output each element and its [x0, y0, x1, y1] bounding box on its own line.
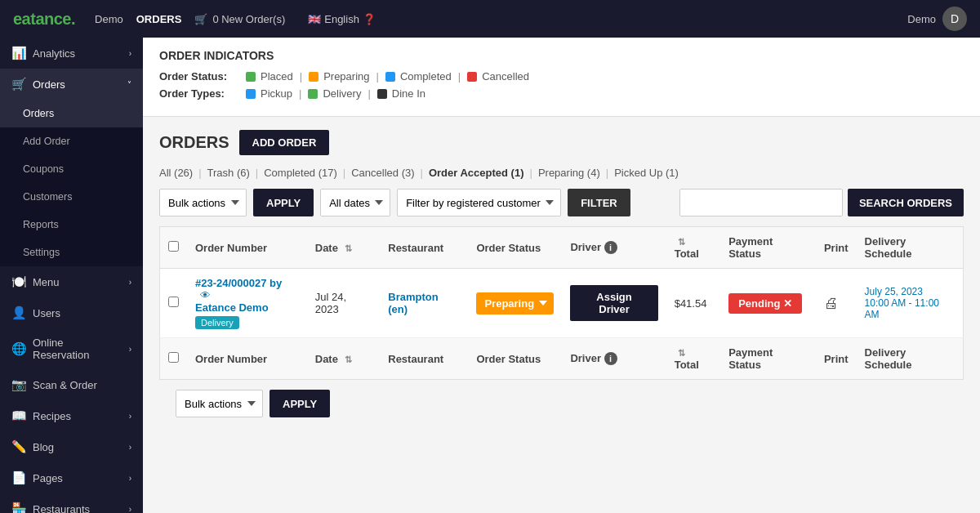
- sidebar-label-analytics: Analytics: [33, 47, 75, 60]
- restaurant-link[interactable]: Brampton (en): [388, 291, 438, 315]
- dates-select[interactable]: All dates: [320, 189, 390, 216]
- tab-preparing[interactable]: Preparing (4): [538, 167, 600, 179]
- avatar[interactable]: D: [942, 7, 967, 31]
- tab-cancelled[interactable]: Cancelled (3): [351, 167, 414, 179]
- apply-button[interactable]: APPLY: [253, 189, 314, 216]
- order-number-link[interactable]: #23-24/000027 by: [195, 277, 282, 289]
- sidebar-label-recipes: Recipes: [33, 410, 71, 422]
- types-label: Order Types:: [159, 87, 241, 100]
- th-total: ⇅ Total: [666, 227, 720, 269]
- sidebar-item-analytics[interactable]: 📊 Analytics ›: [0, 38, 143, 69]
- delivery-label: Delivery: [323, 87, 361, 100]
- sidebar-item-users[interactable]: 👤 Users: [0, 297, 143, 328]
- language-label: English: [324, 13, 359, 25]
- driver-info-icon-footer[interactable]: i: [604, 352, 617, 365]
- th-date: Date ⇅: [307, 227, 381, 269]
- th-footer-print: Print: [816, 338, 857, 380]
- restaurant-name-link[interactable]: Eatance Demo: [195, 301, 269, 314]
- sub-label-settings: Settings: [23, 247, 60, 258]
- dine-in-dot: [377, 89, 387, 99]
- blog-icon: ✏️: [11, 439, 26, 454]
- sidebar-label-reservation: Online Reservation: [33, 337, 122, 361]
- th-footer-order-number: Order Number: [187, 338, 307, 380]
- th-footer-date: Date ⇅: [307, 338, 381, 380]
- row-date-cell: Jul 24, 2023: [307, 269, 381, 338]
- tab-order-accepted[interactable]: Order Accepted (1): [429, 167, 524, 179]
- placed-dot: [246, 72, 256, 82]
- bulk-actions-select[interactable]: Bulk actions: [159, 189, 247, 216]
- tab-all[interactable]: All (26): [159, 167, 193, 179]
- print-icon[interactable]: 🖨: [824, 295, 839, 311]
- filter-button[interactable]: FILTER: [568, 189, 630, 216]
- dine-in-label: Dine In: [392, 87, 425, 100]
- sidebar-item-blog[interactable]: ✏️ Blog ›: [0, 431, 143, 462]
- logo-text: eatance: [13, 10, 71, 28]
- footer-select-all-checkbox[interactable]: [168, 352, 179, 363]
- users-icon: 👤: [11, 306, 26, 320]
- cancelled-label: Cancelled: [482, 70, 529, 83]
- chevron-icon: ›: [129, 345, 131, 354]
- scan-icon: 📷: [11, 377, 26, 392]
- chevron-icon: ›: [129, 474, 131, 483]
- sidebar-item-scan-order[interactable]: 📷 Scan & Order: [0, 369, 143, 400]
- eye-icon[interactable]: 👁: [200, 289, 211, 301]
- help-icon[interactable]: ❓: [363, 13, 376, 25]
- sidebar-item-orders-orders[interactable]: Orders: [0, 100, 143, 127]
- preparing-label: Preparing: [323, 70, 369, 83]
- bottom-bulk-actions-select[interactable]: Bulk actions: [176, 390, 263, 417]
- sidebar-label-menu: Menu: [33, 276, 60, 288]
- sidebar-item-recipes[interactable]: 📖 Recipes ›: [0, 400, 143, 431]
- nav-orders[interactable]: ORDERS: [136, 13, 182, 25]
- select-all-checkbox[interactable]: [168, 241, 179, 252]
- add-order-button[interactable]: ADD ORDER: [239, 130, 330, 155]
- sidebar-item-customers[interactable]: Customers: [0, 183, 143, 211]
- row-checkbox-cell: [160, 269, 188, 338]
- table-row: #23-24/000027 by 👁 Eatance Demo Delivery: [160, 269, 964, 338]
- row-status-cell: Preparing: [468, 269, 562, 338]
- main-content: ORDER INDICATORS Order Status: Placed | …: [143, 38, 980, 513]
- filter-tabs: All (26) | Trash (6) | Completed (17) | …: [159, 167, 964, 179]
- th-footer-total: ⇅ Total: [666, 338, 720, 380]
- row-order-number-cell: #23-24/000027 by 👁 Eatance Demo Delivery: [187, 269, 307, 338]
- search-input[interactable]: [679, 189, 843, 216]
- th-payment-status: Payment Status: [720, 227, 816, 269]
- th-footer-restaurant: Restaurant: [380, 338, 468, 380]
- status-indicators-row: Order Status: Placed | Preparing | Compl…: [159, 70, 964, 83]
- row-restaurant-cell: Brampton (en): [380, 269, 468, 338]
- menu-icon: 🍽️: [11, 274, 26, 289]
- search-orders-button[interactable]: SEARCH ORDERS: [848, 189, 964, 216]
- th-footer-order-status: Order Status: [468, 338, 562, 380]
- cancelled-dot: [467, 72, 477, 82]
- types-indicators-row: Order Types: Pickup | Delivery | Dine In: [159, 87, 964, 100]
- table-header-row: Order Number Date ⇅ Restaurant Order Sta…: [160, 227, 964, 269]
- order-status-dropdown[interactable]: Preparing: [476, 292, 554, 314]
- bottom-apply-button[interactable]: APPLY: [270, 390, 330, 417]
- tab-trash[interactable]: Trash (6): [207, 167, 250, 179]
- sidebar-item-online-reservation[interactable]: 🌐 Online Reservation ›: [0, 328, 143, 369]
- sidebar-item-settings-sub[interactable]: Settings: [0, 239, 143, 266]
- table-row-footer: Order Number Date ⇅ Restaurant Order Sta…: [160, 338, 964, 380]
- sidebar-item-coupons[interactable]: Coupons: [0, 155, 143, 183]
- nav-demo[interactable]: Demo: [95, 13, 123, 25]
- tab-picked-up[interactable]: Picked Up (1): [614, 167, 679, 179]
- order-badge[interactable]: 🛒 0 New Order(s): [194, 13, 285, 25]
- sidebar-item-add-order[interactable]: Add Order: [0, 127, 143, 155]
- sidebar-item-orders[interactable]: 🛒 Orders ˅: [0, 69, 143, 100]
- sidebar-item-pages[interactable]: 📄 Pages ›: [0, 462, 143, 493]
- sub-label-reports: Reports: [23, 219, 59, 230]
- sidebar-item-menu[interactable]: 🍽️ Menu ›: [0, 266, 143, 297]
- assign-driver-button[interactable]: Assign Driver: [570, 285, 657, 321]
- logo: eatance.: [13, 10, 75, 29]
- sidebar-item-reports[interactable]: Reports: [0, 211, 143, 239]
- sub-label-customers: Customers: [23, 191, 72, 203]
- th-footer-delivery-schedule: Delivery Schedule: [857, 338, 964, 380]
- nav-links: Demo ORDERS 🛒 0 New Order(s) 🇬🇧 English …: [95, 13, 907, 25]
- customer-filter-select[interactable]: Filter by registered customer: [397, 189, 561, 216]
- tab-completed[interactable]: Completed (17): [264, 167, 337, 179]
- language-selector[interactable]: 🇬🇧 English ❓: [308, 13, 376, 25]
- driver-info-icon[interactable]: i: [604, 241, 617, 254]
- sidebar-item-restaurants[interactable]: 🏪 Restaurants ›: [0, 493, 143, 513]
- sidebar: 📊 Analytics › 🛒 Orders ˅ Orders Add Orde…: [0, 38, 143, 513]
- row-checkbox[interactable]: [168, 297, 179, 307]
- orders-table: Order Number Date ⇅ Restaurant Order Sta…: [159, 226, 964, 380]
